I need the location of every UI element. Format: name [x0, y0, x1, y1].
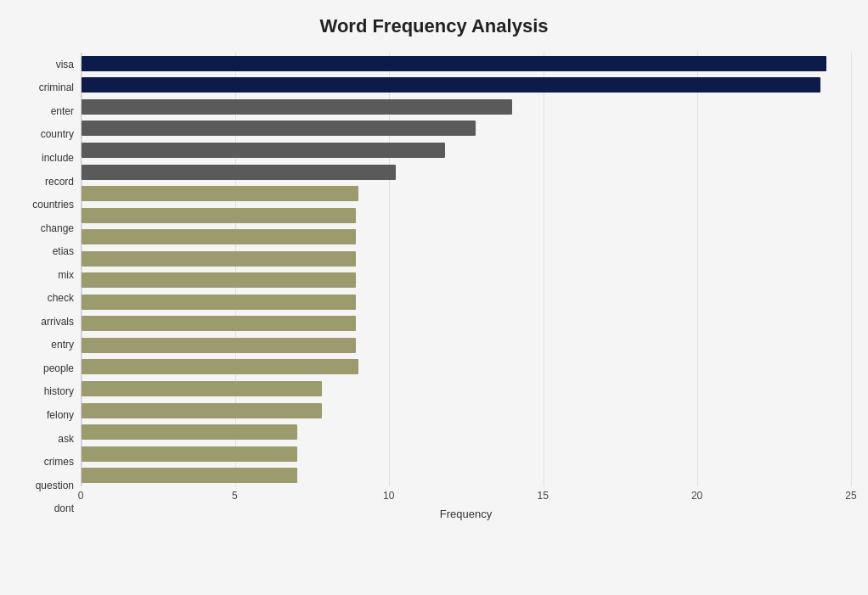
- bar-row: [82, 206, 851, 225]
- bar-row: [82, 423, 851, 441]
- bar-row: [82, 98, 851, 116]
- bar-row: [82, 54, 851, 73]
- bar-row: [82, 141, 851, 160]
- bar-row: [82, 379, 851, 398]
- bars-and-xaxis: 0510152025 Frequency: [81, 53, 851, 520]
- x-axis: 0510152025 Frequency: [81, 486, 851, 520]
- bar: [82, 446, 297, 462]
- y-label: change: [41, 223, 74, 233]
- x-tick: 10: [383, 490, 394, 502]
- bar: [82, 186, 358, 201]
- y-label: crimes: [44, 457, 74, 467]
- x-tick: 20: [691, 490, 702, 502]
- x-tick: 25: [845, 490, 856, 502]
- y-label: ask: [58, 434, 74, 444]
- y-label: record: [45, 177, 74, 187]
- chart-title: Word Frequency Analysis: [17, 8, 851, 37]
- bar: [82, 316, 356, 331]
- y-label: entry: [51, 340, 74, 350]
- chart-container: Word Frequency Analysis visacriminalente…: [0, 0, 868, 595]
- y-labels: visacriminalentercountryincluderecordcou…: [17, 53, 81, 520]
- y-label: history: [44, 386, 74, 396]
- bar: [82, 295, 356, 310]
- bar: [82, 56, 826, 71]
- bar-row: [82, 271, 851, 289]
- bar: [82, 99, 512, 115]
- y-label: country: [41, 129, 74, 139]
- bar: [82, 229, 356, 244]
- bar: [82, 468, 297, 483]
- bar: [82, 272, 356, 288]
- y-label: enter: [51, 106, 74, 116]
- bar-row: [82, 119, 851, 138]
- y-label: etias: [53, 246, 74, 256]
- bar: [82, 77, 820, 93]
- y-label: visa: [56, 59, 74, 70]
- bar-row: [82, 336, 851, 355]
- chart-area: visacriminalentercountryincluderecordcou…: [17, 53, 851, 520]
- x-tick: 0: [78, 490, 84, 502]
- bars-panel: [81, 53, 851, 486]
- bar: [82, 338, 356, 353]
- bar: [82, 165, 396, 180]
- bar: [82, 424, 297, 440]
- bar-row: [82, 250, 851, 268]
- y-label: include: [42, 153, 74, 163]
- x-axis-label: Frequency: [81, 508, 851, 520]
- y-label: mix: [58, 270, 74, 280]
- bar: [82, 403, 322, 418]
- x-tick: 15: [538, 490, 549, 502]
- y-label: check: [48, 293, 74, 303]
- bar-row: [82, 401, 851, 420]
- bar: [82, 381, 322, 396]
- bar-row: [82, 466, 851, 485]
- bar-row: [82, 163, 851, 182]
- y-label: question: [36, 480, 74, 491]
- bar-row: [82, 227, 851, 246]
- bar-row: [82, 76, 851, 94]
- bar-row: [82, 184, 851, 203]
- y-label: dont: [54, 503, 74, 514]
- y-label: felony: [47, 410, 74, 420]
- bar-row: [82, 293, 851, 312]
- y-label: criminal: [39, 82, 74, 93]
- bar: [82, 143, 445, 158]
- y-label: people: [43, 363, 74, 373]
- bar: [82, 359, 358, 374]
- bar-row: [82, 357, 851, 376]
- bar: [82, 121, 476, 136]
- bar-row: [82, 314, 851, 333]
- y-label: countries: [32, 199, 74, 210]
- bar-row: [82, 445, 851, 463]
- y-label: arrivals: [41, 317, 74, 327]
- bar: [82, 208, 356, 223]
- bar: [82, 251, 356, 267]
- x-tick: 5: [232, 490, 238, 502]
